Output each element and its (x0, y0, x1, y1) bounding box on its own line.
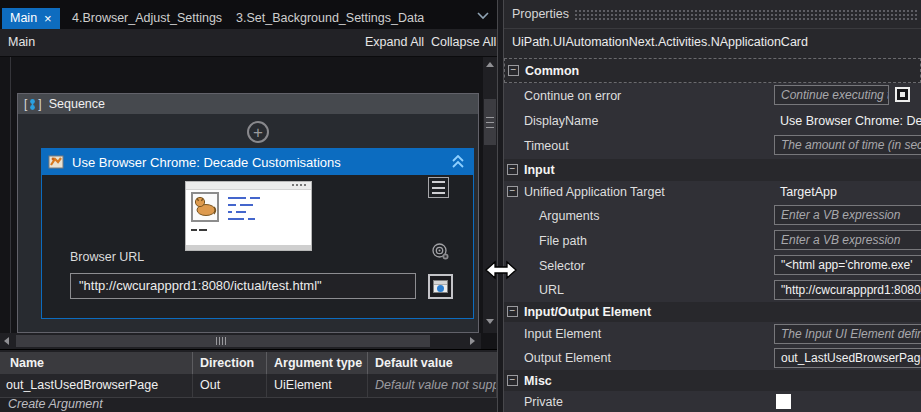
collapse-section-icon[interactable]: − (507, 164, 518, 175)
private-checkbox[interactable] (776, 394, 791, 409)
prop-label: DisplayName (524, 108, 598, 133)
file-path-input[interactable]: Enter a VB expression (774, 230, 921, 250)
url-input[interactable]: "http://cwcurappprd1:8080/ictual/test.ht… (774, 280, 921, 300)
vertical-scrollbar[interactable] (483, 57, 497, 333)
argument-direction-cell[interactable]: Out (193, 374, 267, 397)
thumbnail-link-line (240, 204, 253, 206)
section-label: Input/Output Element (524, 302, 651, 322)
section-input-output-element[interactable]: − Input/Output Element (504, 302, 921, 322)
activity-title-bar[interactable]: Use Browser Chrome: Decade Customisation… (42, 149, 473, 175)
continue-on-error-checkbox[interactable] (895, 87, 910, 102)
use-browser-activity-card[interactable]: Use Browser Chrome: Decade Customisation… (41, 148, 474, 319)
sequence-header[interactable]: [] Sequence (18, 94, 478, 114)
scroll-down-arrow[interactable] (486, 319, 494, 324)
close-icon[interactable]: × (44, 8, 52, 29)
sequence-activity[interactable]: [] Sequence + Use Browser Chrome: Decade… (17, 93, 479, 333)
canvas-edge-line (10, 57, 11, 333)
chevron-down-icon[interactable] (477, 12, 489, 20)
expand-all-button[interactable]: Expand All (365, 29, 424, 56)
section-input[interactable]: − Input (504, 159, 921, 181)
prop-row-url: URL "http://cwcurappprd1:8080/ictual/tes… (504, 278, 921, 302)
uipath-studio-window: Main × 4.Browser_Adjust_Settings 3.Set_B… (0, 0, 921, 412)
sequence-icon: [] (24, 97, 42, 111)
open-browser-button[interactable] (428, 274, 453, 299)
activity-title: Use Browser Chrome: Decade Customisation… (72, 155, 341, 170)
horizontal-scrollbar[interactable] (0, 333, 481, 349)
tab-set-background-settings-data[interactable]: 3.Set_Background_Settings_Data (228, 8, 432, 29)
tab-browser-adjust-settings[interactable]: 4.Browser_Adjust_Settings (64, 8, 230, 29)
horizontal-scroll-thumb[interactable] (16, 335, 430, 347)
selector-input[interactable]: "<html app='chrome.exe' (774, 255, 921, 275)
browser-url-input[interactable]: "http://cwcurappprd1:8080/ictual/test.ht… (70, 273, 416, 299)
prop-row-file-path: File path Enter a VB expression (504, 228, 921, 253)
document-tab-bar: Main × 4.Browser_Adjust_Settings 3.Set_B… (0, 0, 497, 29)
target-page-thumbnail[interactable] (185, 181, 312, 251)
arguments-panel: Name Direction Argument type Default val… (0, 349, 497, 412)
thumbnail-link-line (250, 197, 260, 199)
prop-label: Unified Application Target (524, 181, 665, 203)
output-element-input[interactable]: out_LastUsedBrowserPage (774, 348, 921, 368)
prop-label: File path (539, 228, 587, 253)
column-header-default-value[interactable]: Default value (368, 352, 497, 374)
collapse-all-button[interactable]: Collapse All (431, 29, 496, 56)
activity-body: Browser URL "http://cwcurappprd1:8080/ic… (42, 175, 473, 318)
thumbnail-window-controls (292, 184, 308, 186)
section-label: Common (525, 59, 579, 82)
column-header-name[interactable]: Name (0, 352, 193, 374)
column-header-argument-type[interactable]: Argument type (267, 352, 368, 374)
collapse-section-icon[interactable]: − (508, 65, 519, 76)
column-header-direction[interactable]: Direction (193, 352, 267, 374)
prop-row-timeout: Timeout The amount of time (in sec (504, 133, 921, 159)
panel-splitter[interactable] (497, 0, 504, 412)
scroll-right-arrow[interactable] (470, 337, 475, 345)
argument-name-cell[interactable]: out_LastUsedBrowserPage (0, 374, 193, 397)
displayname-value[interactable]: Use Browser Chrome: Decade Customisation… (780, 108, 921, 133)
arguments-input[interactable]: Enter a VB expression (774, 205, 921, 225)
breadcrumb[interactable]: Main (8, 29, 35, 56)
sequence-label: Sequence (49, 97, 105, 111)
thumbnail-link-line (228, 197, 246, 199)
tomcat-logo (191, 192, 219, 222)
tab-label: 4.Browser_Adjust_Settings (72, 11, 222, 25)
thumbnail-text-line (191, 229, 197, 231)
indicate-target-icon[interactable] (431, 242, 451, 262)
prop-label: Output Element (524, 346, 611, 370)
collapse-subsection-icon[interactable]: − (507, 186, 518, 197)
panel-drag-texture (574, 9, 918, 21)
prop-label: Private (524, 391, 563, 412)
properties-title: Properties (512, 0, 569, 28)
prop-row-private: Private (504, 391, 921, 412)
properties-title-bar[interactable]: Properties (504, 0, 921, 29)
add-activity-button[interactable]: + (247, 121, 269, 143)
resize-cursor (484, 258, 518, 282)
table-row[interactable]: out_LastUsedBrowserPage Out UiElement De… (0, 374, 497, 398)
section-label: Input (524, 159, 555, 181)
hamburger-menu-icon[interactable] (428, 177, 449, 198)
prop-row-arguments: Arguments Enter a VB expression (504, 203, 921, 228)
prop-row-unified-application-target: − Unified Application Target TargetApp (504, 181, 921, 203)
thumbnail-link-line (228, 211, 232, 213)
create-argument-link[interactable]: Create Argument (8, 397, 103, 411)
input-element-input[interactable]: The Input UI Element defin (774, 324, 921, 344)
collapse-activity-icon[interactable] (451, 155, 465, 169)
target-app-value[interactable]: TargetApp (780, 181, 837, 203)
arguments-header-row: Name Direction Argument type Default val… (0, 352, 497, 374)
continue-on-error-input[interactable]: Continue executing the (774, 85, 889, 105)
collapse-section-icon[interactable]: − (507, 306, 518, 317)
scroll-left-arrow[interactable] (4, 337, 9, 345)
section-common[interactable]: − Common (504, 58, 921, 83)
tab-main-label: Main (10, 8, 37, 29)
collapse-section-icon[interactable]: − (507, 375, 518, 386)
breadcrumb-bar: Main Expand All Collapse All (0, 29, 497, 57)
workflow-canvas: [] Sequence + Use Browser Chrome: Decade… (0, 57, 497, 349)
argument-default-cell[interactable]: Default value not supported (368, 374, 497, 397)
timeout-input[interactable]: The amount of time (in sec (774, 135, 921, 155)
section-label: Misc (524, 370, 552, 391)
browser-url-label: Browser URL (70, 250, 144, 264)
vertical-scroll-thumb[interactable] (484, 99, 496, 145)
argument-type-cell[interactable]: UiElement (267, 374, 368, 397)
tab-main[interactable]: Main × (2, 8, 60, 29)
thumbnail-link-line (236, 211, 246, 213)
section-misc[interactable]: − Misc (504, 370, 921, 391)
scroll-up-arrow[interactable] (486, 62, 494, 67)
